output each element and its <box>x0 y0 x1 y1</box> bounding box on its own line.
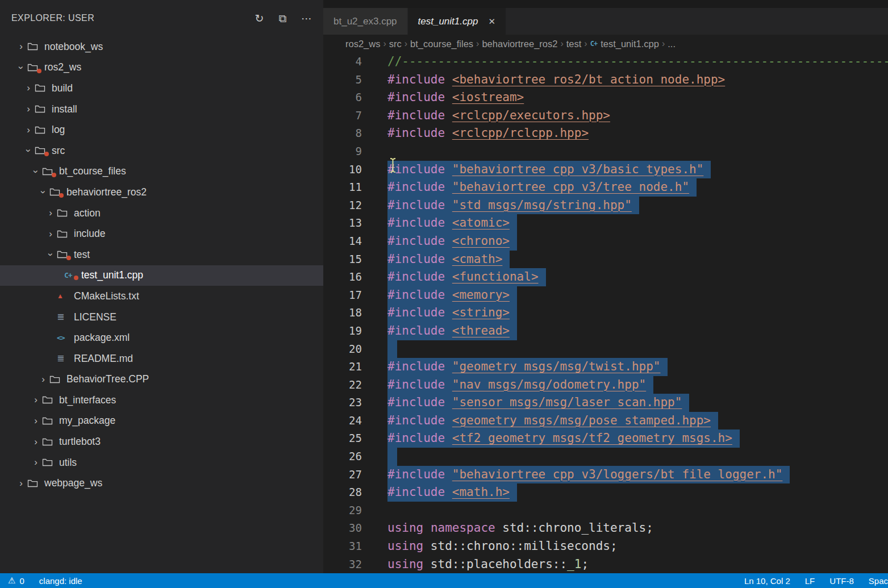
tree-item-package-xml[interactable]: <>package.xml <box>0 327 323 348</box>
line-number[interactable]: 6 <box>323 89 362 107</box>
line-number[interactable]: 19 <box>323 322 362 340</box>
line-number[interactable]: 5 <box>323 71 362 89</box>
code-line[interactable]: 6#include <iostream> <box>323 89 888 107</box>
chevron-right-icon[interactable]: › <box>22 82 35 94</box>
line-number[interactable]: 8 <box>323 124 362 143</box>
code-line[interactable]: 26 <box>323 448 888 466</box>
tree-item-bt-interfaces[interactable]: ›bt_interfaces <box>0 390 323 411</box>
code-line[interactable]: 9 <box>323 143 888 161</box>
line-number[interactable]: 10 <box>323 161 362 179</box>
breadcrumb-item[interactable]: ... <box>668 39 676 49</box>
chevron-right-icon[interactable]: › <box>44 228 57 240</box>
code-line[interactable]: 27#include "behaviortree_cpp_v3/loggers/… <box>323 466 888 484</box>
code-line[interactable]: 23#include "sensor_msgs/msg/laser_scan.h… <box>323 394 888 412</box>
code-line[interactable]: 24#include <geometry_msgs/msg/pose_stamp… <box>323 412 888 430</box>
line-number[interactable]: 22 <box>323 376 362 394</box>
tree-item-utils[interactable]: ›utils <box>0 452 323 473</box>
line-number[interactable]: 14 <box>323 232 362 251</box>
code-line[interactable]: 10#include "behaviortree_cpp_v3/basic_ty… <box>323 161 888 179</box>
tree-item-ros2-ws[interactable]: ›ros2_ws <box>0 57 323 78</box>
chevron-down-icon[interactable]: › <box>15 61 27 74</box>
breadcrumb-item[interactable]: bt_course_files <box>410 39 473 49</box>
eol-sequence[interactable]: LF <box>805 576 815 586</box>
tree-item-build[interactable]: ›build <box>0 78 323 99</box>
code-line[interactable]: 29 <box>323 502 888 520</box>
chevron-right-icon[interactable]: › <box>37 374 49 385</box>
chevron-right-icon[interactable]: › <box>30 457 42 468</box>
breadcrumb-item[interactable]: behaviortree_ros2 <box>482 39 557 49</box>
chevron-right-icon[interactable]: › <box>30 436 42 448</box>
tree-item-cmakelists-txt[interactable]: ▲CMakeLists.txt <box>0 286 323 307</box>
more-actions-icon[interactable]: ⋯ <box>301 13 312 24</box>
encoding-indicator[interactable]: UTF-8 <box>829 576 854 586</box>
clangd-status[interactable]: clangd: idle <box>39 576 82 586</box>
tree-item-log[interactable]: ›log <box>0 119 323 140</box>
tree-item-action[interactable]: ›action <box>0 203 323 224</box>
tab-test-unit1-cpp[interactable]: test_unit1.cpp✕ <box>408 8 506 35</box>
chevron-right-icon[interactable]: › <box>15 41 27 52</box>
tree-item-license[interactable]: ≣LICENSE <box>0 307 323 328</box>
code-line[interactable]: 14#include <chrono> <box>323 232 888 251</box>
chevron-right-icon[interactable]: › <box>44 207 57 219</box>
code-line[interactable]: 20 <box>323 340 888 358</box>
code-line[interactable]: 15#include <cmath> <box>323 251 888 269</box>
code-line[interactable]: 21#include "geometry_msgs/msg/twist.hpp" <box>323 358 888 376</box>
tree-item-test[interactable]: ›test <box>0 244 323 265</box>
tree-item-install[interactable]: ›install <box>0 99 323 120</box>
chevron-right-icon[interactable]: › <box>30 394 42 406</box>
line-number[interactable]: 24 <box>323 412 362 430</box>
tree-item-test-unit1-cpp[interactable]: C+test_unit1.cpp <box>0 265 323 286</box>
code-line[interactable]: 19#include <thread> <box>323 322 888 340</box>
problems-indicator[interactable]: ⚠0 <box>8 576 24 586</box>
breadcrumb-item[interactable]: src <box>389 39 402 49</box>
line-number[interactable]: 9 <box>323 143 362 161</box>
line-number[interactable]: 31 <box>323 537 362 556</box>
breadcrumb-item[interactable]: test <box>566 39 582 49</box>
line-number[interactable]: 11 <box>323 178 362 197</box>
tree-item-my-package[interactable]: ›my_package <box>0 411 323 432</box>
tree-item-notebook-ws[interactable]: ›notebook_ws <box>0 36 323 57</box>
code-line[interactable]: 30using namespace std::chrono_literals; <box>323 519 888 537</box>
line-number[interactable]: 25 <box>323 429 362 448</box>
code-line[interactable]: 12#include "std_msgs/msg/string.hpp" <box>323 197 888 215</box>
indentation-indicator[interactable]: Spac <box>869 576 888 586</box>
line-number[interactable]: 17 <box>323 286 362 305</box>
line-number[interactable]: 26 <box>323 448 362 466</box>
close-icon[interactable]: ✕ <box>488 16 495 27</box>
code-line[interactable]: 31using std::chrono::milliseconds; <box>323 537 888 556</box>
code-line[interactable]: 11#include "behaviortree_cpp_v3/tree_nod… <box>323 178 888 197</box>
chevron-right-icon[interactable]: › <box>15 478 27 489</box>
code-line[interactable]: 17#include <memory> <box>323 286 888 305</box>
refresh-icon[interactable]: ↻ <box>255 13 264 24</box>
line-number[interactable]: 4 <box>323 53 362 71</box>
line-number[interactable]: 20 <box>323 340 362 358</box>
line-number[interactable]: 7 <box>323 107 362 125</box>
cursor-position[interactable]: Ln 10, Col 2 <box>744 576 790 586</box>
code-line[interactable]: 5#include <behaviortree_ros2/bt_action_n… <box>323 71 888 89</box>
chevron-down-icon[interactable]: › <box>45 248 56 261</box>
line-number[interactable]: 30 <box>323 519 362 537</box>
tab-bt-u2-ex3-cpp[interactable]: bt_u2_ex3.cpp <box>323 8 407 35</box>
breadcrumb-item[interactable]: C+test_unit1.cpp <box>590 39 659 49</box>
chevron-right-icon[interactable]: › <box>22 103 35 115</box>
code-line[interactable]: 13#include <atomic> <box>323 214 888 232</box>
line-number[interactable]: 18 <box>323 304 362 322</box>
collapse-folders-icon[interactable]: ⧉ <box>278 13 286 24</box>
chevron-down-icon[interactable]: › <box>23 144 34 157</box>
line-number[interactable]: 27 <box>323 466 362 484</box>
chevron-right-icon[interactable]: › <box>30 415 42 427</box>
code-line[interactable]: 22#include "nav_msgs/msg/odometry.hpp" <box>323 376 888 394</box>
line-number[interactable]: 23 <box>323 394 362 412</box>
line-number[interactable]: 28 <box>323 483 362 502</box>
tree-item-webpage-ws[interactable]: ›webpage_ws <box>0 473 323 494</box>
code-line[interactable]: 32using std::placeholders::_1; <box>323 556 888 574</box>
code-line[interactable]: 8#include <rclcpp/rclcpp.hpp> <box>323 124 888 143</box>
line-number[interactable]: 21 <box>323 358 362 376</box>
tree-item-include[interactable]: ›include <box>0 223 323 244</box>
breadcrumb-item[interactable]: ros2_ws <box>345 39 380 49</box>
line-number[interactable]: 12 <box>323 197 362 215</box>
chevron-down-icon[interactable]: › <box>30 165 41 178</box>
line-number[interactable]: 15 <box>323 251 362 269</box>
code-line[interactable]: 25#include <tf2_geometry_msgs/tf2_geomet… <box>323 429 888 448</box>
tree-item-behaviortree-ros2[interactable]: ›behaviortree_ros2 <box>0 182 323 203</box>
